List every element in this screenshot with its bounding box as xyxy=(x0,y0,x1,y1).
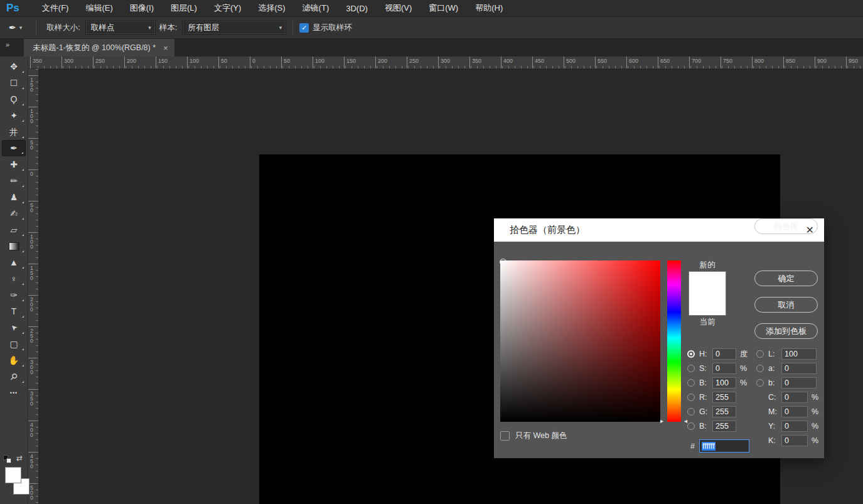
radio-button[interactable] xyxy=(687,350,695,358)
dodge-tool[interactable]: ♀ xyxy=(2,271,26,287)
pencil-tool[interactable]: ✏ xyxy=(2,173,26,189)
ruler-tick-label: 300 xyxy=(28,358,36,389)
sample-size-dropdown[interactable]: 取样点 ▾ xyxy=(85,21,156,35)
menu-item[interactable]: 滤镜(T) xyxy=(303,3,330,14)
tool-preset-picker[interactable]: ✒ ▾ xyxy=(0,17,29,38)
menu-item[interactable]: 图层(L) xyxy=(171,3,197,14)
radio-button[interactable] xyxy=(687,422,695,430)
radio-button[interactable] xyxy=(687,408,695,416)
field-value-input[interactable]: 0 xyxy=(781,392,808,403)
rounded-rectangle-tool[interactable]: ▢ xyxy=(2,336,26,352)
radio-button[interactable] xyxy=(687,365,695,372)
dialog-button[interactable]: 颜色库 xyxy=(754,218,818,234)
field-label: M: xyxy=(768,407,781,416)
ruler-tick-label: 200 xyxy=(375,56,407,69)
color-field-marker[interactable] xyxy=(500,259,507,265)
collapse-panels-icon[interactable]: » xyxy=(6,41,9,48)
field-value-input[interactable]: 0 xyxy=(712,363,736,374)
close-tab-icon[interactable]: × xyxy=(163,43,168,53)
ruler-tick-label: 350 xyxy=(469,56,501,69)
clone-stamp-tool[interactable]: ♟ xyxy=(2,189,26,205)
type-tool[interactable]: T xyxy=(2,303,26,319)
eraser-tool[interactable]: ▱ xyxy=(2,222,26,238)
field-value-input[interactable]: 100 xyxy=(781,348,817,360)
edit-toolbar-ellipsis[interactable]: ••• xyxy=(2,385,26,401)
radio-button[interactable] xyxy=(687,379,695,387)
field-value-input[interactable]: 0 xyxy=(781,421,808,432)
hex-input[interactable]: ffffff xyxy=(699,439,749,453)
hsb-rgb-fields: H: 0 度 S: 0 % B: 100 % R: 255 xyxy=(687,348,748,435)
history-brush-tool[interactable]: ✍ xyxy=(2,205,26,222)
ruler-tick-label: 100 xyxy=(187,56,218,69)
menu-item[interactable]: 文件(F) xyxy=(42,3,69,14)
ruler-tick-label: 400 xyxy=(28,421,36,452)
dialog-title: 拾色器（前景色） xyxy=(510,224,585,236)
spot-healing-brush-tool[interactable]: ✚ xyxy=(2,156,26,173)
horizontal-ruler[interactable]: 3503002502001501005005010015020025030035… xyxy=(28,56,863,69)
menu-item[interactable]: 视图(V) xyxy=(385,3,412,14)
field-value-input[interactable]: 255 xyxy=(712,421,736,432)
menu-item[interactable]: 3D(D) xyxy=(346,4,368,13)
menu-item[interactable]: 图像(I) xyxy=(130,3,154,14)
radio-button[interactable] xyxy=(756,379,764,387)
menu-item[interactable]: 文字(Y) xyxy=(214,3,241,14)
default-colors-icon[interactable] xyxy=(3,455,11,463)
hue-slider-left-arrow[interactable]: ▸ xyxy=(660,418,663,424)
show-sampling-ring-checkbox[interactable]: ✓ xyxy=(299,23,309,33)
field-label: R: xyxy=(699,393,712,402)
separator xyxy=(36,20,36,35)
blur-tool[interactable]: ▲ xyxy=(2,254,26,271)
ruler-tick-label: 800 xyxy=(752,56,783,69)
field-value-input[interactable]: 0 xyxy=(781,435,808,446)
menu-item[interactable]: 帮助(H) xyxy=(475,3,503,14)
chevron-down-icon: ▾ xyxy=(148,24,151,31)
web-colors-only-checkbox[interactable] xyxy=(500,431,510,441)
pen-tool[interactable]: ✑ xyxy=(2,287,26,303)
field-value-input[interactable]: 255 xyxy=(712,392,736,403)
dialog-button[interactable]: 确定 xyxy=(754,271,818,286)
menu-item[interactable]: 窗口(W) xyxy=(429,3,458,14)
field-unit: 度 xyxy=(740,349,748,360)
foreground-color-swatch[interactable] xyxy=(5,467,21,483)
menu-item[interactable]: 编辑(E) xyxy=(85,3,112,14)
radio-button[interactable] xyxy=(756,365,764,372)
eyedropper-tool[interactable]: ✒ xyxy=(2,140,26,156)
move-tool[interactable]: ✥ xyxy=(2,58,26,75)
hex-row: # ffffff xyxy=(690,439,749,453)
quick-selection-tool[interactable]: ✦ xyxy=(2,107,26,124)
field-value-input[interactable]: 0 xyxy=(781,363,817,374)
swap-colors-icon[interactable]: ⇄ xyxy=(16,454,23,463)
field-value-input[interactable]: 0 xyxy=(781,377,817,389)
tools-list: ✥ ☐ Ϙ ✦ 井 ✒ ✚ ✏ ♟ ✍ xyxy=(0,56,28,401)
radio-button[interactable] xyxy=(756,350,764,358)
ruler-tick-label: 50 xyxy=(28,138,36,169)
radio-button[interactable] xyxy=(687,394,695,401)
crop-tool[interactable]: 井 xyxy=(2,124,26,140)
field-label: L: xyxy=(768,350,781,358)
field-value-input[interactable]: 0 xyxy=(781,406,808,417)
field-label: Y: xyxy=(768,422,781,431)
lab-cmyk-fields: L: 100 a: 0 b: 0 C: 0 % xyxy=(756,348,820,449)
ruler-tick-label: 100 xyxy=(313,56,344,69)
vertical-ruler[interactable]: 1501005005010015020025030035040045050055… xyxy=(28,69,39,504)
show-sampling-ring-label: 显示取样环 xyxy=(313,23,352,33)
field-label: b: xyxy=(768,378,781,387)
hue-slider[interactable] xyxy=(667,260,681,422)
field-value-input[interactable]: 255 xyxy=(712,406,736,417)
menu-items: 文件(F)编辑(E)图像(I)图层(L)文字(Y)选择(S)滤镜(T)3D(D)… xyxy=(42,3,503,14)
field-value-input[interactable]: 100 xyxy=(712,377,736,389)
saturation-brightness-field[interactable] xyxy=(500,260,660,422)
field-unit: % xyxy=(812,422,818,431)
gradient-tool[interactable] xyxy=(2,238,26,254)
sample-dropdown[interactable]: 所有图层 ▾ xyxy=(182,21,286,35)
lasso-tool[interactable]: Ϙ xyxy=(2,91,26,107)
zoom-tool[interactable]: ⚲ xyxy=(2,368,26,385)
field-value-input[interactable]: 0 xyxy=(712,348,736,360)
rectangular-marquee-tool[interactable]: ☐ xyxy=(2,75,26,91)
document-tab[interactable]: 未标题-1-恢复的 @ 100%(RGB/8) * × xyxy=(24,39,174,56)
hand-tool[interactable]: ✋ xyxy=(2,352,26,368)
path-selection-tool[interactable]: ➤ xyxy=(2,319,26,336)
dialog-button[interactable]: 添加到色板 xyxy=(754,323,818,339)
menu-item[interactable]: 选择(S) xyxy=(258,3,285,14)
dialog-button[interactable]: 取消 xyxy=(754,297,818,313)
